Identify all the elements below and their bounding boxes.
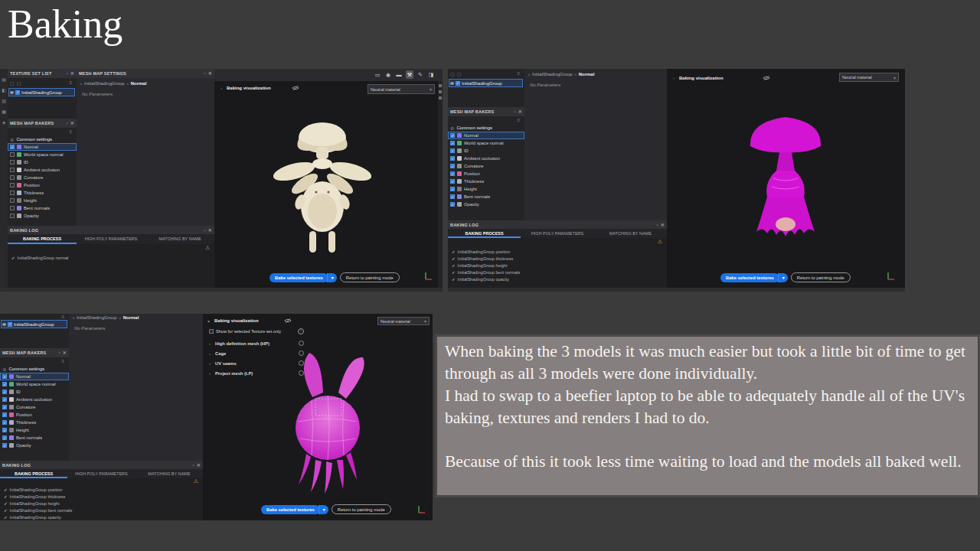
gear-icon[interactable]: ⚙ [2,367,6,372]
show-selected-texture-set-row[interactable]: Show for selected Texture set only [209,328,304,334]
tool-icon[interactable]: ▦ [0,109,8,114]
dock-icon[interactable]: ▫ [204,71,205,76]
list-icon[interactable]: ≡ [517,118,520,122]
baker-row[interactable]: ID [0,388,69,396]
baker-row[interactable]: ID [448,147,524,155]
material-dropdown[interactable]: Neutral material ▾ [368,84,435,94]
baker-checkbox[interactable] [450,133,455,138]
breadcrumb-map[interactable]: Normal [131,81,147,86]
viewport-tool-icon[interactable]: ▭ [374,70,381,79]
baking-log-tab[interactable]: MATCHING BY NAME [594,229,667,238]
close-icon[interactable]: ✕ [70,71,74,76]
list-icon[interactable]: ≡ [69,80,72,85]
baker-checkbox[interactable] [450,202,455,207]
warning-icon[interactable]: ⚠ [658,239,662,246]
dock-icon[interactable]: ▫ [66,121,67,126]
bake-selected-textures-button[interactable]: Bake selected textures [261,505,320,514]
close-icon[interactable]: ✕ [197,463,201,468]
baker-row[interactable]: Position [0,411,69,419]
baker-row[interactable]: Position [448,170,524,178]
viewport-tool-icon[interactable]: ◉ [384,70,392,79]
baker-checkbox[interactable] [2,412,7,417]
baking-log-tab[interactable]: MATCHING BY NAME [145,234,214,244]
common-settings-label[interactable]: Common settings [8,367,44,371]
eye-slash-icon[interactable] [763,75,770,81]
texture-set-checkbox[interactable] [8,322,12,327]
chevron-right-icon[interactable]: › [220,86,222,90]
baker-checkbox[interactable] [10,145,15,149]
breadcrumb-map[interactable]: Normal [579,72,595,77]
baking-log-tab[interactable]: HIGH POLY PARAMETERS [521,229,593,238]
eye-icon[interactable] [2,323,6,326]
eye-icon[interactable] [450,82,454,85]
baker-checkbox[interactable] [10,206,15,210]
baker-row[interactable]: World space normal [448,139,524,147]
stack-icon[interactable]: ▢ [17,80,21,86]
baker-checkbox[interactable] [2,405,7,409]
baker-checkbox[interactable] [10,160,15,165]
baker-row[interactable]: Height [0,426,69,434]
baking-log-tab[interactable]: BAKING PROCESS [8,234,77,244]
baker-checkbox[interactable] [2,443,7,448]
baker-checkbox[interactable] [10,168,15,172]
dock-icon[interactable]: ▫ [66,71,67,76]
tool-icon[interactable]: ◧ [0,87,8,93]
viewport-tool-icon[interactable]: ✎ [416,70,424,79]
baker-checkbox[interactable] [2,390,7,394]
dock-icon[interactable]: ▫ [204,228,205,233]
baker-checkbox[interactable] [2,435,7,440]
texture-set-row[interactable]: InitialShadingGroup [1,320,67,328]
viewport-tool-icon[interactable]: ◨ [427,70,435,79]
tool-icon[interactable]: ▥ [0,98,8,103]
baker-row[interactable]: World space normal [0,380,69,388]
baker-row[interactable]: Normal [0,373,69,380]
stack-icon[interactable]: ▢ [457,71,462,77]
return-to-painting-mode-button[interactable]: Return to painting mode [340,272,400,282]
baker-checkbox[interactable] [2,382,7,386]
bake-selected-textures-button[interactable]: Bake selected textures [270,273,328,282]
viewport-tool-icon[interactable]: ⚒ [406,70,413,79]
baker-checkbox[interactable] [10,191,15,195]
baker-checkbox[interactable] [450,156,455,161]
viewport-3d[interactable]: › Baking visualization Neutral material … [667,69,905,292]
material-dropdown[interactable]: Neutral material ▾ [377,317,430,325]
baker-row[interactable]: Height [8,197,77,204]
baker-row[interactable]: Thickness [8,189,77,197]
show-selected-checkbox[interactable] [209,329,214,334]
baking-visualization-header[interactable]: › Baking visualization [673,75,770,81]
visibility-ring-icon[interactable] [299,341,304,346]
list-icon[interactable]: ≡ [517,71,520,76]
return-to-painting-mode-button[interactable]: Return to painting mode [791,272,851,282]
baker-row[interactable]: Curvature [0,403,69,411]
baking-visualization-header[interactable]: ▾ Baking visualization [207,318,292,324]
baker-checkbox[interactable] [2,428,7,432]
baker-row[interactable]: World space normal [8,151,77,158]
breadcrumb-group[interactable]: InitialShadingGroup [84,81,125,86]
baker-checkbox[interactable] [10,214,15,218]
breadcrumb-map[interactable]: Normal [123,315,139,320]
baker-row[interactable]: Normal [8,143,77,151]
baker-checkbox[interactable] [2,374,7,379]
layer-icon[interactable]: ▢ [10,80,15,86]
bake-options-dropdown[interactable]: ▾ [778,273,788,282]
bake-options-dropdown[interactable]: ▾ [327,273,337,282]
gear-icon[interactable]: ⚙ [450,126,454,131]
baker-checkbox[interactable] [10,152,15,157]
warning-icon[interactable]: ⚠ [194,478,198,485]
eye-slash-icon[interactable] [292,85,299,91]
close-icon[interactable]: ✕ [208,71,212,76]
baker-row[interactable]: Thickness [448,178,524,185]
baker-row[interactable]: Height [448,185,524,193]
baker-checkbox[interactable] [10,175,15,180]
bake-selected-textures-button[interactable]: Bake selected textures [720,273,779,282]
viewport-tool-icon[interactable]: ▬ [395,70,403,79]
baking-log-tab[interactable]: MATCHING BY NAME [136,469,203,478]
baker-row[interactable]: Ambient occlusion [0,396,69,403]
baking-visualization-header[interactable]: › Baking visualization [220,85,299,91]
vis-group-row[interactable]: › High definition mesh (HP) [209,338,304,348]
return-to-painting-mode-button[interactable]: Return to painting mode [332,504,391,514]
baker-row[interactable]: Position [8,181,77,189]
list-icon[interactable]: ≡ [61,315,64,319]
list-icon[interactable]: ≡ [61,359,64,364]
eye-slash-icon[interactable] [284,318,292,324]
